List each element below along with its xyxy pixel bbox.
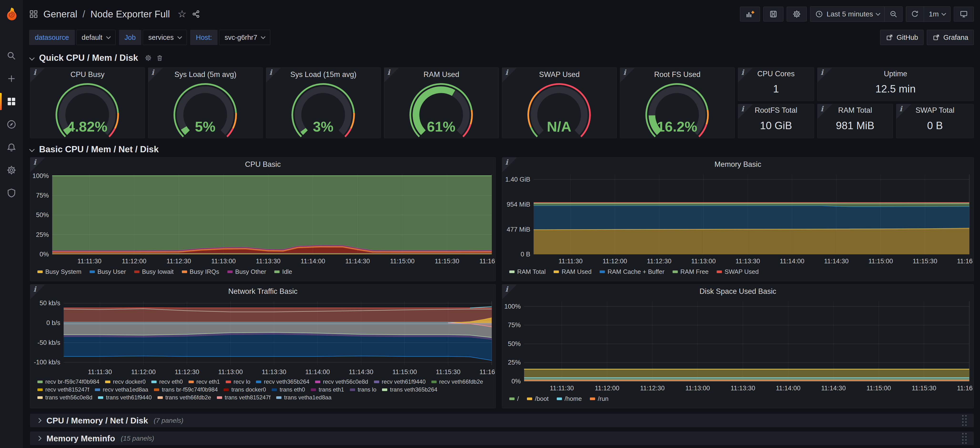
sidebar-item-search[interactable] [0,44,23,67]
grafana-link-button[interactable]: Grafana [927,30,974,45]
variable-label[interactable]: datasource [29,30,75,45]
gauge-panel: i CPU Busy 4.82% [30,67,145,138]
svg-text:11:15:00: 11:15:00 [392,369,417,376]
panel-title[interactable]: Root FS Used [620,68,735,81]
share-icon[interactable] [192,10,200,18]
svg-text:11:12:30: 11:12:30 [167,257,191,265]
info-icon: i [505,68,508,76]
sidebar-item-create[interactable] [0,67,23,90]
variable-value: default [82,33,102,41]
legend-item[interactable]: recv eth1 [189,378,220,385]
sidebar-item-alerting[interactable] [0,136,23,159]
grafana-logo[interactable] [4,7,19,22]
row-drag-handle[interactable] [962,433,967,444]
add-panel-button[interactable] [740,7,760,21]
legend-item[interactable]: trans eth1 [311,386,344,393]
legend-item[interactable]: trans vetha1ed8aa [276,394,331,401]
dashboard-settings-button[interactable] [787,7,807,21]
legend-item[interactable]: Idle [274,268,292,275]
legend-item[interactable]: trans veth66fdb2e [158,394,211,401]
sidebar-item-server-admin[interactable] [0,181,23,205]
legend-item[interactable]: /boot [527,395,549,402]
panel-title[interactable]: Sys Load (15m avg) [266,68,380,81]
legend-item[interactable]: /home [557,395,582,402]
legend-item[interactable]: Busy System [37,268,81,275]
legend-item[interactable]: trans lo [350,386,377,393]
variable-value: services [148,33,173,41]
legend-item[interactable]: trans veth56c0e8d [37,394,92,401]
legend-item[interactable]: recv docker0 [105,378,146,385]
legend-item[interactable]: recv lo [226,378,250,385]
github-link-button[interactable]: GitHub [880,30,924,45]
refresh-button[interactable] [906,7,924,21]
row-settings-gear-icon[interactable] [145,54,152,62]
legend-item[interactable]: RAM Cache + Buffer [600,268,665,275]
legend-item[interactable]: Busy User [90,268,126,275]
refresh-interval-picker[interactable]: 1m [924,7,950,21]
star-icon[interactable]: ☆ [178,9,187,19]
legend-item[interactable]: recv veth61f9440 [374,378,426,385]
legend-item[interactable]: recv eth0 [151,378,183,385]
dashboard-title[interactable]: Node Exporter Full [90,9,170,19]
legend-item[interactable]: / [509,395,519,402]
panel-title[interactable]: SWAP Used [502,68,617,81]
legend-item[interactable]: recv veth365b264 [256,378,309,385]
panel-title[interactable]: Sys Load (5m avg) [148,68,262,81]
panel-title[interactable]: CPU Basic [30,157,495,172]
legend-item[interactable]: recv br-f59c74f0b984 [37,378,99,385]
legend-item[interactable]: trans veth61f9440 [98,394,151,401]
panel-title[interactable]: Memory Basic [502,157,974,172]
legend-item[interactable]: RAM Total [509,268,546,275]
legend-item[interactable]: trans veth815247f [217,394,270,401]
legend-item[interactable]: recv veth815247f [37,386,89,393]
svg-text:11:13:30: 11:13:30 [735,257,760,265]
sidebar-item-configuration[interactable] [0,159,23,181]
legend-swatch [37,270,43,273]
legend-item[interactable]: RAM Used [554,268,592,275]
legend-item[interactable]: recv vetha1ed8aa [95,386,148,393]
external-link-icon [932,33,940,41]
breadcrumb-folder[interactable]: General [43,9,77,19]
panel-title[interactable]: RAM Used [384,68,499,81]
legend-item[interactable]: Busy Other [228,268,266,275]
variable-label[interactable]: Host: [190,30,218,45]
legend-label: trans docker0 [231,386,266,393]
variable-value-dropdown[interactable]: default [76,30,116,45]
variable-value-dropdown[interactable]: svc-g6rhr7 [219,30,270,45]
panel-title[interactable]: Uptime [818,68,974,80]
cycle-view-mode-button[interactable] [954,7,974,21]
time-range-picker[interactable]: Last 5 minutes [810,7,885,21]
sidebar-item-explore[interactable] [0,113,23,136]
row-delete-trash-icon[interactable] [156,54,163,62]
svg-text:11:13:00: 11:13:00 [218,369,243,376]
row-header-basic[interactable]: Basic CPU / Mem / Net / Disk [30,145,159,154]
save-dashboard-button[interactable] [764,7,783,21]
legend-item[interactable]: Busy Iowait [134,268,174,275]
info-icon: i [899,105,902,113]
legend-item[interactable]: trans eth0 [272,386,305,393]
info-icon: i [821,105,823,113]
variable-value-dropdown[interactable]: services [143,30,187,45]
legend-item[interactable]: /run [590,395,608,402]
svg-text:61%: 61% [427,119,455,135]
collapsed-row-cpu-memory-net-disk[interactable]: CPU / Memory / Net / Disk (7 panels) [30,414,974,427]
legend-item[interactable]: trans br-f59c74f0b984 [154,386,218,393]
legend-item[interactable]: recv veth66fdb2e [431,378,483,385]
panel-title[interactable]: Disk Space Used Basic [502,284,974,298]
row-drag-handle[interactable] [962,415,967,426]
panel-title[interactable]: CPU Busy [30,68,145,81]
legend-item[interactable]: trans veth365b264 [382,386,438,393]
legend-item[interactable]: RAM Free [673,268,708,275]
zoom-out-button[interactable] [885,7,902,21]
legend-item[interactable]: Busy IRQs [182,268,219,275]
legend-item[interactable]: recv veth56c0e8d [315,378,368,385]
network-traffic-basic-chart: 11:11:3011:12:0011:12:3011:13:0011:13:30… [30,298,495,377]
sidebar-item-dashboards[interactable] [0,90,23,113]
panel-title[interactable]: Network Traffic Basic [30,284,495,298]
collapsed-row-memory-meminfo[interactable]: Memory Meminfo (15 panels) [30,432,974,445]
legend-item[interactable]: trans docker0 [224,386,266,393]
legend-item[interactable]: SWAP Used [717,268,759,275]
variable-label[interactable]: Job [119,30,142,45]
row-header-quick[interactable]: Quick CPU / Mem / Disk [30,53,163,63]
legend-label: trans veth61f9440 [106,394,151,401]
